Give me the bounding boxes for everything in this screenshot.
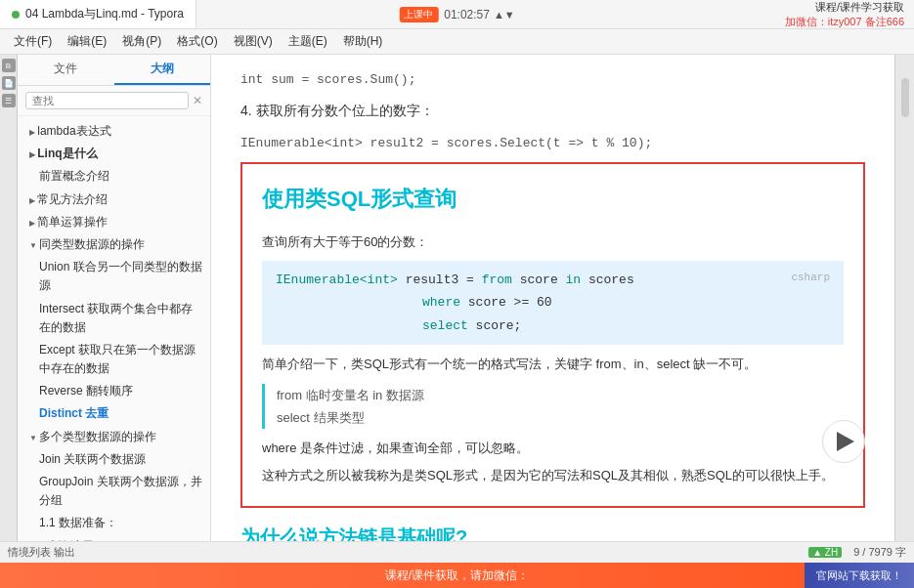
menu-theme[interactable]: 主题(E) (281, 31, 335, 52)
menu-edit[interactable]: 编辑(E) (60, 31, 114, 52)
sidebar-tree: lambda表达式 Linq是什么 前置概念介绍 常见方法介绍 简单运算操作 同… (18, 116, 210, 541)
tree-item-distinct[interactable]: Distinct 去重 (18, 402, 210, 425)
word-count: 9 / 7979 字 (853, 545, 906, 560)
code-block: csharp IEnumerable<int> result3 = from s… (262, 261, 844, 345)
tree-item-multi-type[interactable]: 多个类型数据源的操作 (18, 426, 210, 448)
play-button[interactable] (822, 420, 865, 463)
code-line-1: int sum = scores.Sum(); (240, 68, 865, 91)
tree-item-except[interactable]: Except 获取只在第一个数据源中存在的数据 (18, 339, 210, 380)
timer-arrow: ▲▼ (494, 9, 515, 21)
search-input[interactable] (25, 92, 189, 109)
code-line-2: IEnumerable<int> result2 = scores.Select… (240, 132, 865, 154)
tree-item-same-type[interactable]: 同类型数据源的操作 (18, 233, 210, 256)
tree-item-lambda[interactable]: lambda表达式 (18, 120, 210, 143)
top-right-line1: 课程/课件学习获取 (785, 0, 904, 15)
desc-1: 简单介绍一下，类SQL形式有一个统一的格式写法，关键字 from、in、sele… (262, 353, 844, 375)
tree-item-simple-ops[interactable]: 简单运算操作 (18, 211, 210, 233)
sidebar-tab-outline[interactable]: 大纲 (114, 55, 211, 85)
tab-dot (12, 11, 20, 19)
query-desc: 查询所有大于等于60的分数： (262, 231, 844, 253)
menu-format[interactable]: 格式(O) (169, 31, 225, 52)
status-right: ▲ ZH 9 / 7979 字 (808, 545, 906, 560)
section-number: 4. 获取所有分数个位上的数字： (240, 99, 865, 123)
kw-select: select (422, 318, 468, 333)
top-right-info: 课程/课件学习获取 加微信：itzy007 备注666 (785, 0, 904, 29)
content-scroll[interactable]: int sum = scores.Sum(); 4. 获取所有分数个位上的数字：… (211, 55, 894, 541)
bottom-banner-text: 课程/课件获取，请加微信： (385, 567, 529, 584)
code-block-line1: IEnumerable<int> result3 = from score in… (276, 269, 830, 291)
sidebar: 文件 大纲 ✕ lambda表达式 Linq是什么 前置概念介绍 常见方法介绍 … (18, 55, 211, 541)
tree-item-groupjoin[interactable]: GroupJoin 关联两个数据源，并分组 (18, 471, 210, 512)
top-right-line2: 加微信：itzy007 备注666 (785, 15, 904, 29)
next-section-title: 为什么说方法链是基础呢? (240, 520, 865, 541)
content-area: int sum = scores.Sum(); 4. 获取所有分数个位上的数字：… (211, 55, 894, 541)
code-block-line3: select score; (276, 315, 830, 337)
live-badge: 上课中 (399, 7, 438, 22)
tree-item-union[interactable]: Union 联合另一个同类型的数据源 (18, 256, 210, 297)
left-icon-2[interactable]: 📄 (2, 76, 16, 90)
tree-item-join[interactable]: Join 关联两个数据源 (18, 448, 210, 471)
tree-item-preknowledge[interactable]: 前置概念介绍 (18, 165, 210, 188)
bottom-banner-right-text: 官网站下载获取！ (816, 568, 902, 583)
bottom-banner: 课程/课件获取，请加微信： 官网站下载获取！ (0, 563, 914, 588)
right-panel (894, 55, 914, 541)
status-left: 情境列表 输出 (8, 545, 808, 560)
tree-item-linq[interactable]: Linq是什么 (18, 143, 210, 165)
tree-item-query-demo[interactable]: 2 查询演示 (18, 535, 210, 541)
desc-2: where 是条件过滤，如果查询全部，可以忽略。 (262, 437, 844, 459)
status-list-label[interactable]: 情境列表 输出 (8, 546, 75, 558)
code-block-line2: where score >= 60 (276, 291, 830, 314)
sidebar-tabs: 文件 大纲 (18, 55, 210, 86)
tree-item-methods[interactable]: 常见方法介绍 (18, 189, 210, 211)
play-icon (837, 432, 854, 451)
left-icon-3[interactable]: ☰ (2, 94, 16, 107)
title-center: 上课中 01:02:57 ▲▼ (399, 7, 515, 22)
tab-title: 04 Lambda与Linq.md - Typora (25, 6, 184, 22)
quote-line1: from 临时变量名 in 数据源 (277, 384, 844, 406)
left-icon-1[interactable]: B (2, 59, 16, 72)
kw-from1: from (482, 273, 512, 287)
sidebar-tab-file[interactable]: 文件 (18, 55, 114, 85)
menu-help[interactable]: 帮助(H) (335, 31, 391, 52)
tree-item-data-prep[interactable]: 1.1 数据准备： (18, 512, 210, 534)
tree-item-reverse[interactable]: Reverse 翻转顺序 (18, 380, 210, 402)
kw-ienumerable: IEnumerable<int> (276, 273, 398, 287)
status-bar: 情境列表 输出 ▲ ZH 9 / 7979 字 (0, 541, 914, 563)
main-layout: B 📄 ☰ 文件 大纲 ✕ lambda表达式 Linq是什么 前置概念介绍 常… (0, 55, 914, 541)
kw-where: where (422, 295, 460, 310)
tree-item-intersect[interactable]: Intersect 获取两个集合中都存在的数据 (18, 298, 210, 339)
sidebar-search-bar: ✕ (18, 86, 210, 116)
quote-line2: select 结果类型 (277, 406, 844, 429)
search-clear-button[interactable]: ✕ (193, 94, 202, 107)
menu-bar: 文件(F) 编辑(E) 视角(P) 格式(O) 视图(V) 主题(E) 帮助(H… (0, 29, 914, 55)
desc-3: 这种方式之所以被我称为是类SQL形式，是因为它的写法和SQL及其相似，熟悉SQL… (262, 464, 844, 486)
lang-badge: csharp (791, 269, 830, 288)
highlight-title: 使用类SQL形式查询 (262, 180, 844, 219)
menu-view2[interactable]: 视图(V) (226, 31, 281, 52)
title-bar: 04 Lambda与Linq.md - Typora 上课中 01:02:57 … (0, 0, 914, 29)
scrollbar-thumb[interactable] (901, 78, 909, 117)
zh-badge: ▲ ZH (808, 547, 842, 558)
bottom-banner-right[interactable]: 官网站下载获取！ (805, 563, 914, 588)
menu-view1[interactable]: 视角(P) (114, 31, 169, 52)
quote-block: from 临时变量名 in 数据源 select 结果类型 (262, 384, 844, 430)
title-tab[interactable]: 04 Lambda与Linq.md - Typora (0, 0, 196, 28)
menu-file[interactable]: 文件(F) (6, 31, 60, 52)
left-icon-panel: B 📄 ☰ (0, 55, 18, 541)
timer: 01:02:57 (444, 8, 490, 21)
kw-in1: in (565, 273, 581, 287)
highlight-box: 使用类SQL形式查询 查询所有大于等于60的分数： csharp IEnumer… (240, 162, 865, 508)
